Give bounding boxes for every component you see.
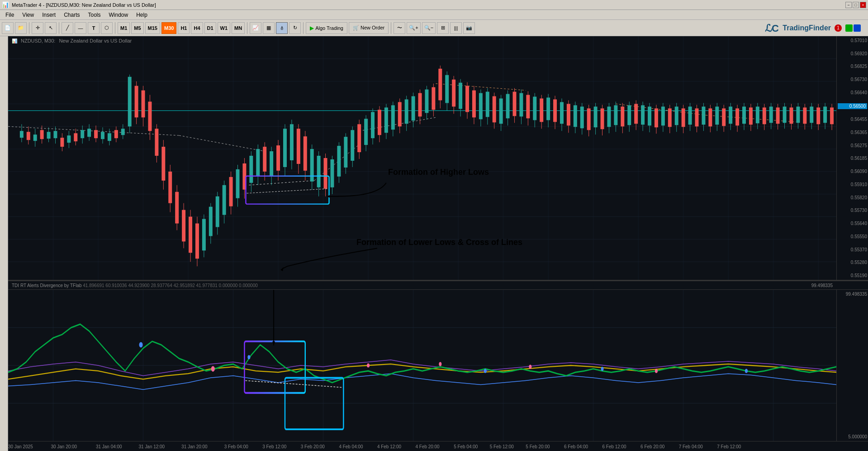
svg-rect-210 [587, 108, 591, 130]
svg-text:30 Jan 20:00: 30 Jan 20:00 [51, 444, 77, 449]
line-button[interactable]: ╱ [62, 22, 73, 34]
svg-rect-194 [533, 97, 536, 120]
crosshair-button[interactable]: ✛ [32, 22, 43, 34]
svg-rect-130 [317, 156, 321, 187]
algo-trading-label: Algo Trading [315, 25, 343, 31]
svg-point-301 [367, 363, 370, 367]
svg-rect-140 [351, 130, 354, 161]
tf-mn[interactable]: MN [232, 22, 245, 34]
svg-rect-208 [580, 106, 584, 128]
svg-rect-56 [67, 135, 71, 143]
zoom-in-button[interactable]: 🔍+ [407, 22, 420, 34]
svg-rect-110 [249, 156, 253, 183]
svg-rect-156 [405, 99, 408, 124]
tf-m15[interactable]: M15 [145, 22, 160, 34]
svg-rect-116 [270, 151, 273, 176]
menu-tools[interactable]: Tools [85, 11, 104, 19]
svg-text:31 Jan 20:00: 31 Jan 20:00 [181, 444, 208, 449]
arrow-button[interactable]: ↖ [45, 22, 57, 34]
tdi-panel[interactable]: 99.498335 5.000000 [8, 290, 868, 441]
svg-rect-158 [412, 96, 415, 121]
svg-rect-120 [283, 129, 287, 167]
svg-rect-44 [27, 132, 30, 140]
svg-rect-94 [195, 223, 199, 259]
svg-rect-218 [614, 105, 617, 125]
tf-m30[interactable]: M30 [161, 22, 176, 34]
menu-window[interactable]: Window [105, 11, 132, 19]
menu-file[interactable]: File [2, 11, 18, 19]
svg-rect-52 [54, 131, 57, 138]
svg-rect-264 [769, 106, 773, 123]
shapes-button[interactable]: ⬡ [101, 22, 113, 34]
indicator-button[interactable]: 〜 [394, 22, 405, 34]
chart-candle-button[interactable]: 🕯 [276, 22, 288, 34]
svg-point-300 [211, 366, 215, 372]
svg-rect-136 [337, 146, 341, 177]
svg-rect-182 [493, 96, 496, 123]
svg-rect-188 [513, 92, 517, 116]
logo-text: TradingFinder [783, 24, 831, 32]
svg-rect-172 [459, 83, 462, 109]
chart-bar-button[interactable]: ▦ [263, 22, 275, 34]
svg-rect-152 [391, 105, 395, 130]
hline-button[interactable]: — [75, 22, 86, 34]
play-icon: ▶ [310, 25, 314, 31]
svg-rect-148 [378, 110, 381, 135]
chart-line-button[interactable]: 📈 [250, 22, 261, 34]
toolbar: 📄 📁 ✛ ↖ ╱ — T ⬡ M1 M5 M15 M30 H1 H4 D1 W… [0, 20, 868, 36]
candle-count-button[interactable]: ||| [450, 22, 462, 34]
algo-trading-button[interactable]: ▶ Algo Trading [306, 22, 347, 34]
svg-rect-252 [729, 106, 732, 124]
svg-rect-184 [499, 98, 503, 124]
annotation-lower-lows: Formation of Lower Lows & Cross of Lines [356, 238, 522, 247]
svg-text:6 Feb 20:00: 6 Feb 20:00 [640, 444, 665, 449]
svg-rect-144 [364, 119, 368, 145]
menu-charts[interactable]: Charts [60, 11, 83, 19]
tf-h1[interactable]: H1 [178, 22, 190, 34]
svg-text:4 Feb 04:00: 4 Feb 04:00 [339, 444, 363, 449]
svg-rect-200 [553, 99, 557, 122]
tf-w1[interactable]: W1 [218, 22, 231, 34]
new-chart-button[interactable]: 📄 [2, 22, 14, 34]
menu-insert[interactable]: Insert [38, 11, 59, 19]
text-button[interactable]: T [88, 22, 100, 34]
svg-rect-164 [432, 87, 435, 110]
svg-text:5 Feb 04:00: 5 Feb 04:00 [454, 444, 478, 449]
grid-button[interactable]: ⊞ [437, 22, 449, 34]
tf-m1[interactable]: M1 [118, 22, 130, 34]
svg-rect-74 [128, 77, 132, 127]
svg-rect-236 [675, 106, 678, 125]
tf-h4[interactable]: H4 [191, 22, 203, 34]
svg-rect-232 [661, 106, 665, 125]
svg-text:C: C [772, 23, 779, 34]
svg-rect-224 [634, 104, 638, 124]
new-order-button[interactable]: 🛒 New Order [349, 22, 389, 34]
zoom-out-button[interactable]: 🔍− [422, 22, 436, 34]
svg-rect-280 [823, 106, 827, 123]
svg-rect-190 [519, 93, 523, 117]
menu-help[interactable]: Help [133, 11, 151, 19]
minimize-button[interactable]: − [845, 2, 852, 8]
svg-rect-204 [567, 104, 570, 125]
tf-d1[interactable]: D1 [204, 22, 216, 34]
svg-text:31 Jan 04:00: 31 Jan 04:00 [96, 444, 122, 449]
close-button[interactable]: × [860, 2, 866, 8]
svg-rect-256 [742, 106, 746, 124]
open-button[interactable]: 📁 [15, 22, 27, 34]
screenshot-button[interactable]: 📷 [463, 22, 475, 34]
svg-text:7 Feb 04:00: 7 Feb 04:00 [679, 444, 703, 449]
price-chart[interactable]: 📊 NZDUSD, M30: New Zealand Dollar vs US … [8, 36, 868, 281]
tf-m5[interactable]: M5 [131, 22, 143, 34]
logo-icon: ℒ C [764, 20, 780, 36]
svg-rect-198 [546, 97, 550, 120]
maximize-button[interactable]: □ [853, 2, 859, 8]
svg-rect-134 [330, 159, 334, 187]
svg-text:4 Feb 20:00: 4 Feb 20:00 [416, 444, 440, 449]
svg-text:3 Feb 04:00: 3 Feb 04:00 [224, 444, 249, 449]
svg-rect-102 [223, 185, 226, 215]
svg-rect-100 [216, 197, 219, 227]
menu-view[interactable]: View [19, 11, 38, 19]
chart-refresh-button[interactable]: ↻ [289, 22, 301, 34]
svg-rect-240 [688, 106, 692, 125]
svg-point-310 [745, 369, 748, 373]
